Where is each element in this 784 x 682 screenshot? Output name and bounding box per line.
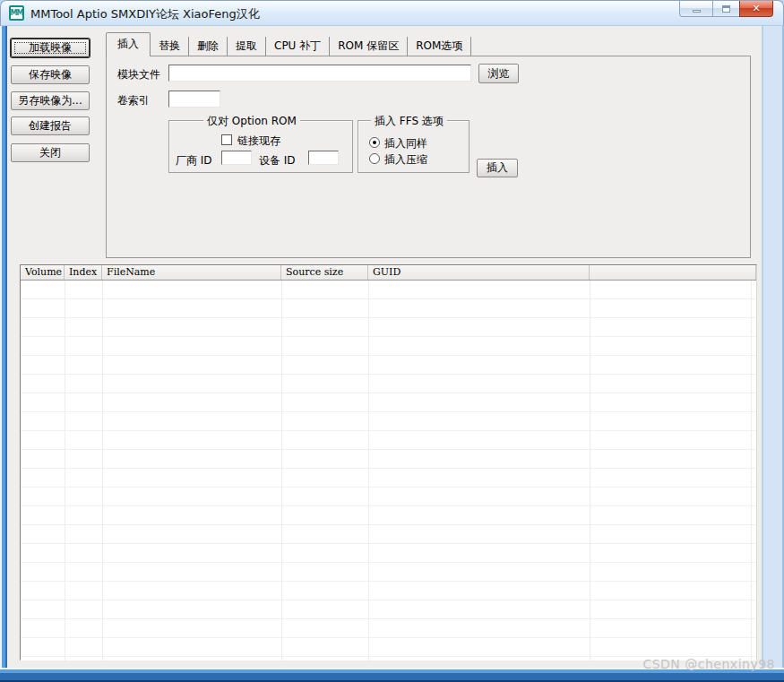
window-border-left (0, 26, 7, 668)
column-gridline (368, 281, 369, 660)
column-gridline (751, 281, 752, 660)
insert-button[interactable]: 插入 (477, 159, 518, 177)
table-body[interactable] (21, 281, 756, 660)
save-image-as-button[interactable]: 另存映像为... (11, 91, 90, 110)
save-image-button[interactable]: 保存映像 (11, 65, 90, 84)
minimize-button[interactable] (679, 1, 713, 17)
module-file-label: 模块文件 (117, 67, 160, 82)
close-button[interactable]: ✕ (739, 1, 773, 17)
tab-insert[interactable]: 插入 (106, 32, 151, 56)
tab-strip: 插入 替换 删除 提取 CPU 补丁 ROM 保留区 ROM选项 (106, 36, 471, 56)
tab-rom-options[interactable]: ROM选项 (408, 37, 471, 56)
app-icon-text: MM (11, 9, 23, 17)
column-header-volume[interactable]: Volume (21, 265, 65, 280)
vendor-id-label: 厂商 ID (176, 153, 212, 168)
browse-button[interactable]: 浏览 (478, 64, 519, 83)
insert-compressed-radio[interactable] (369, 153, 380, 164)
maximize-button[interactable] (713, 1, 739, 17)
insert-tab-page: 模块文件 浏览 卷索引 仅对 Option ROM 链接现存 厂商 ID 设备 … (106, 56, 751, 258)
insert-as-is-radio[interactable] (369, 137, 380, 148)
column-header-index[interactable]: Index (65, 265, 102, 280)
close-icon: ✕ (752, 4, 760, 13)
volume-index-label: 卷索引 (117, 93, 150, 108)
table-header: Volume Index FileName Source size GUID (21, 265, 756, 281)
maximize-icon (722, 5, 730, 13)
insert-as-is-label: 插入同样 (384, 136, 427, 151)
csdn-watermark: CSDN @chenxiny98 (642, 657, 775, 671)
column-header-filler (590, 265, 756, 280)
link-existing-label: 链接现存 (237, 134, 280, 149)
option-rom-group-title: 仅对 Option ROM (203, 114, 300, 129)
column-gridline (281, 281, 282, 660)
tab-replace[interactable]: 替换 (151, 37, 189, 56)
client-area: 加载映像 保存映像 另存映像为... 创建报告 关闭 插入 替换 删除 提取 C… (7, 26, 762, 668)
tab-delete[interactable]: 删除 (189, 37, 228, 56)
app-window: MM MMTool Aptio SMXDIY论坛 XiaoFeng汉化 ✕ 加载… (0, 0, 784, 682)
ffs-options-group-title: 插入 FFS 选项 (371, 114, 447, 129)
window-border-right (762, 26, 784, 668)
device-id-input[interactable] (308, 151, 339, 165)
create-report-button[interactable]: 创建报告 (11, 117, 90, 135)
minimize-icon (693, 10, 701, 13)
module-table[interactable]: Volume Index FileName Source size GUID (20, 264, 757, 660)
column-gridline (590, 281, 590, 660)
ffs-options-groupbox: 插入 FFS 选项 插入同样 插入压缩 (358, 120, 470, 173)
close-app-button[interactable]: 关闭 (11, 143, 90, 162)
column-gridline (102, 281, 103, 660)
load-image-button[interactable]: 加载映像 (11, 39, 90, 57)
column-header-filename[interactable]: FileName (102, 265, 281, 280)
vendor-id-input[interactable] (221, 151, 252, 165)
app-icon: MM (9, 5, 24, 21)
link-existing-checkbox[interactable] (221, 134, 232, 145)
volume-index-input[interactable] (168, 91, 220, 108)
device-id-label: 设备 ID (259, 153, 296, 168)
window-title: MMTool Aptio SMXDIY论坛 XiaoFeng汉化 (30, 6, 260, 22)
insert-compressed-label: 插入压缩 (384, 152, 427, 168)
column-gridline (65, 281, 65, 660)
module-file-input[interactable] (168, 65, 471, 82)
window-controls: ✕ (679, 1, 773, 17)
option-rom-groupbox: 仅对 Option ROM 链接现存 厂商 ID 设备 ID (168, 120, 353, 173)
titlebar[interactable]: MM MMTool Aptio SMXDIY论坛 XiaoFeng汉化 ✕ (0, 0, 784, 26)
column-header-source-size[interactable]: Source size (281, 265, 368, 280)
tab-rom-hole[interactable]: ROM 保留区 (330, 37, 408, 56)
column-header-guid[interactable]: GUID (368, 265, 590, 280)
tab-extract[interactable]: 提取 (228, 37, 266, 56)
tab-cpu-patch[interactable]: CPU 补丁 (266, 37, 330, 56)
